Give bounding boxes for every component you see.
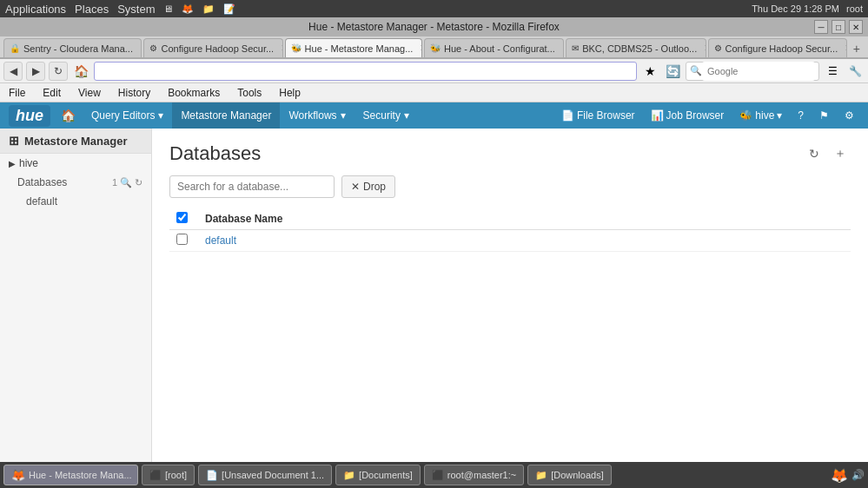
drop-button[interactable]: ✕ Drop [341, 175, 395, 198]
new-tab-button[interactable]: + [849, 40, 865, 57]
menu-file[interactable]: File [5, 85, 29, 101]
hue-nav-security-label: Security [363, 109, 401, 122]
refresh-button[interactable]: ↻ [804, 143, 825, 164]
menu-tools[interactable]: Tools [234, 85, 265, 101]
tab-close-icon[interactable]: ✕ [281, 43, 282, 54]
database-search-input[interactable] [169, 175, 335, 198]
sys-user: root [846, 3, 863, 14]
menu-edit[interactable]: Edit [39, 85, 64, 101]
search-icon[interactable]: 🔍 [120, 177, 132, 188]
file-icon: 📄 [561, 109, 574, 122]
sidebar-hive-label: hive [19, 157, 38, 169]
file-browser-button[interactable]: 📄 File Browser [556, 109, 640, 122]
hue-nav-metastore-label: Metastore Manager [181, 109, 271, 122]
hue-nav-security[interactable]: Security ▾ [354, 102, 418, 129]
forward-button[interactable]: ▶ [26, 62, 45, 81]
file-browser-label: File Browser [577, 109, 635, 122]
sidebar-hive-item[interactable]: ▶ hive [0, 154, 151, 173]
maximize-button[interactable]: □ [832, 20, 845, 34]
row-checkbox[interactable] [176, 234, 188, 245]
url-bar[interactable]: 172.23.38.10:8162/metastore/databases [94, 62, 637, 81]
taskbar-item-root[interactable]: ⬛ [root] [142, 465, 195, 485]
tab-close-icon[interactable]: ✕ [562, 43, 564, 54]
add-database-button[interactable]: ＋ [830, 143, 851, 164]
menu-help[interactable]: Help [275, 85, 304, 101]
hive-user-button[interactable]: 🐝 hive ▾ [734, 109, 787, 122]
tab-label: Hue - About - Configurat... [444, 43, 555, 54]
close-button[interactable]: ✕ [849, 20, 863, 34]
sidebar-databases-label: Databases [17, 176, 67, 188]
taskbar-item-hue[interactable]: 🦊 Hue - Metastore Mana... [3, 465, 138, 485]
sidebar-db-icons: 1 🔍 ↻ [112, 177, 142, 188]
places-menu[interactable]: Places [75, 3, 109, 16]
title-bar-controls: ─ □ ✕ [814, 20, 863, 34]
terminal-icon: ⬛ [149, 470, 162, 481]
browser-tab[interactable]: 🔒 Sentry - Cloudera Mana... ✕ [3, 38, 142, 57]
select-all-checkbox[interactable] [176, 212, 188, 223]
drop-x-icon: ✕ [351, 181, 360, 193]
help-icon-button[interactable]: ? [792, 109, 809, 122]
system-bar: Applications Places System 🖥 🦊 📁 📝 Thu D… [0, 0, 868, 17]
hue-logo[interactable]: hue [9, 105, 50, 127]
taskbar-item-label: [Documents] [359, 470, 413, 480]
bookmark-icon[interactable]: ★ [640, 62, 659, 81]
sys-time: Thu Dec 29 1:28 PM [752, 3, 839, 14]
browser-search-input[interactable] [702, 62, 815, 81]
tab-label: Hue - Metastore Manag... [305, 43, 414, 54]
browser-tab[interactable]: ⚙ Configure Hadoop Secur... ✕ [143, 38, 282, 57]
tab-close-icon[interactable]: ✕ [845, 43, 846, 54]
search-engine-icon: 🔍 [690, 65, 702, 76]
browser-tab[interactable]: ⚙ Configure Hadoop Secur... ✕ [708, 38, 847, 57]
menu-view[interactable]: View [75, 85, 104, 101]
applications-menu[interactable]: Applications [5, 3, 66, 16]
system-menu[interactable]: System [117, 3, 155, 16]
databases-count-badge: 1 [112, 177, 117, 188]
menu-bookmarks[interactable]: Bookmarks [164, 85, 223, 101]
sys-icon3: 📁 [202, 3, 215, 15]
tab-close-icon[interactable]: ✕ [420, 43, 422, 54]
sidebar: ⊞ Metastore Manager ▶ hive Databases 1 🔍… [0, 129, 152, 462]
chevron-down-icon: ▾ [158, 109, 163, 122]
refresh-icon[interactable]: ↻ [135, 177, 142, 188]
taskbar-firefox-icon[interactable]: 🦊 [831, 467, 848, 484]
tab-close-icon[interactable]: ✕ [704, 43, 706, 54]
hive-user-label: hive [755, 109, 774, 122]
sys-icon2: 🦊 [182, 3, 194, 15]
taskbar-item-terminal[interactable]: ⬛ root@master1:~ [424, 465, 524, 485]
hue-home-icon[interactable]: 🏠 [61, 109, 76, 122]
minimize-button[interactable]: ─ [814, 20, 828, 34]
menu-history[interactable]: History [115, 85, 154, 101]
database-link[interactable]: default [205, 234, 236, 247]
taskbar-item-unsaved[interactable]: 📄 [Unsaved Document 1... [198, 465, 332, 485]
grid-icon: ⊞ [9, 134, 19, 148]
hue-nav-metastore-manager[interactable]: Metastore Manager [172, 102, 280, 129]
refresh-icon[interactable]: 🔄 [663, 62, 682, 81]
browser-tab-active[interactable]: 🐝 Hue - Metastore Manag... ✕ [285, 38, 422, 57]
tab-favicon: ✉ [572, 43, 579, 53]
sidebar-databases-item[interactable]: Databases 1 🔍 ↻ [0, 173, 151, 192]
search-drop-row: ✕ Drop [169, 175, 851, 198]
browser-tab[interactable]: ✉ BKC, CDBMS25 - Outloo... ✕ [566, 38, 706, 57]
tab-favicon: 🔒 [10, 43, 20, 53]
browser-tab[interactable]: 🐝 Hue - About - Configurat... ✕ [424, 38, 564, 57]
taskbar-item-downloads[interactable]: 📁 [Downloads] [527, 465, 612, 485]
hue-nav-workflows[interactable]: Workflows ▾ [280, 102, 354, 129]
hue-nav-query-editors[interactable]: Query Editors ▾ [83, 102, 172, 129]
tab-close-icon[interactable]: ✕ [140, 43, 142, 54]
taskbar-item-documents[interactable]: 📁 [Documents] [335, 465, 421, 485]
window-title: Hue - Metastore Manager - Metastore - Mo… [308, 21, 560, 33]
chevron-down-icon: ▾ [341, 109, 346, 122]
tab-label: Configure Hadoop Secur... [161, 43, 274, 54]
settings-icon-button[interactable]: ⚙ [839, 109, 859, 122]
home-button[interactable]: 🏠 [71, 62, 90, 81]
system-bar-right: Thu Dec 29 1:28 PM root [752, 3, 863, 14]
taskbar-item-label: [Downloads] [551, 470, 604, 480]
sidebar-default-item[interactable]: default [0, 192, 151, 211]
nav-extra-icon[interactable]: ☰ [823, 62, 842, 81]
reload-button[interactable]: ↻ [49, 62, 68, 81]
flag-icon-button[interactable]: ⚑ [814, 109, 834, 122]
back-button[interactable]: ◀ [3, 62, 23, 81]
job-browser-button[interactable]: 📊 Job Browser [646, 109, 730, 122]
nav-extra-icon2[interactable]: 🔧 [845, 62, 865, 81]
taskbar-vol-icon[interactable]: 🔊 [851, 469, 865, 481]
